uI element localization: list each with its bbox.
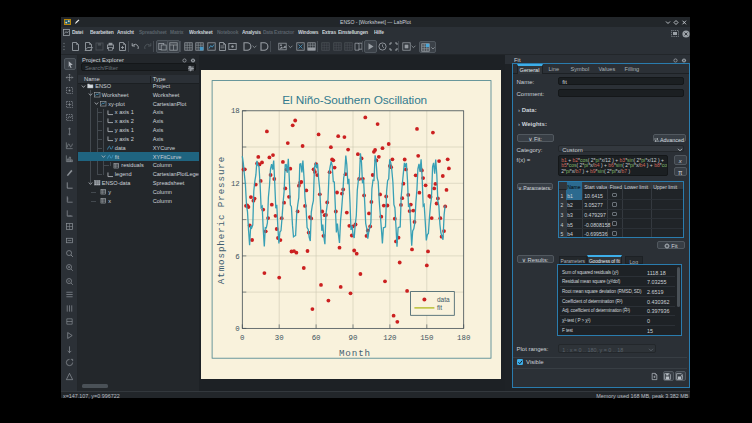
svg-text:Atmospheric Pressure: Atmospheric Pressure <box>216 155 227 283</box>
svg-text:fit: fit <box>437 304 442 311</box>
svg-text:120: 120 <box>383 334 396 342</box>
svg-text:6: 6 <box>235 252 239 260</box>
svg-text:12: 12 <box>231 179 240 187</box>
svg-text:150: 150 <box>420 334 433 342</box>
svg-text:data: data <box>437 296 450 303</box>
svg-text:60: 60 <box>311 334 320 342</box>
svg-text:30: 30 <box>274 334 283 342</box>
svg-text:180: 180 <box>457 334 470 342</box>
svg-text:Month: Month <box>339 347 371 358</box>
svg-text:El Niño-Southern Oscillation: El Niño-Southern Oscillation <box>282 92 427 106</box>
svg-text:90: 90 <box>348 334 357 342</box>
svg-text:0: 0 <box>235 325 239 333</box>
svg-text:18: 18 <box>231 107 240 115</box>
svg-text:0: 0 <box>240 334 244 342</box>
